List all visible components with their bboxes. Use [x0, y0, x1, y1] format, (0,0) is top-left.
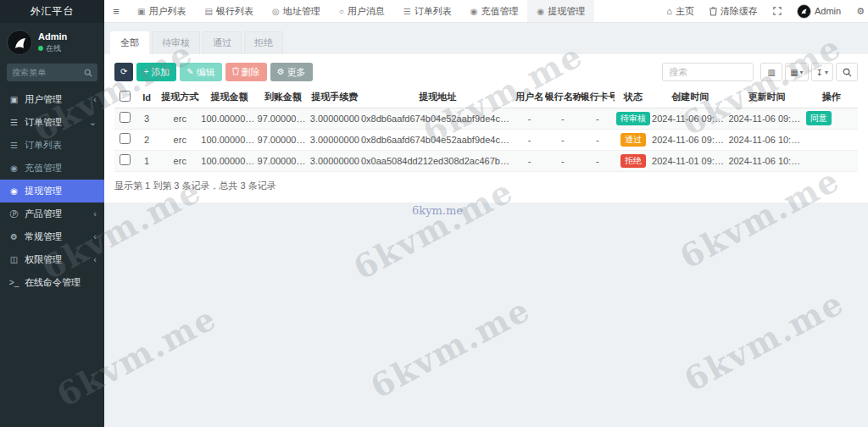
- topbar-tab-user-list[interactable]: ▣用户列表: [128, 0, 195, 22]
- row-updated: 2024-11-06 10:12:45: [728, 150, 804, 171]
- row-amount: 100.00000000: [201, 129, 257, 150]
- add-button[interactable]: + 添加: [136, 63, 176, 81]
- search-button[interactable]: [836, 63, 858, 81]
- sidebar-item-withdraw[interactable]: ◉提现管理: [0, 180, 104, 202]
- bank-icon: ▤: [204, 7, 212, 16]
- row-checkbox-cell: [114, 129, 135, 150]
- recharge-icon: ◉: [470, 7, 478, 16]
- message-icon: ○: [339, 7, 344, 16]
- card-view-button[interactable]: ▥: [760, 63, 782, 81]
- sidebar-search[interactable]: [7, 64, 97, 81]
- trash-icon: [709, 7, 717, 16]
- row-address: 0x8db6aafd674b04e52aabf9de4c131e778aa107…: [361, 108, 515, 129]
- row-received: 97.00000000: [258, 150, 309, 171]
- row-checkbox[interactable]: [120, 133, 131, 144]
- sidebar-item-general[interactable]: ⚙常规管理‹: [0, 225, 104, 248]
- row-checkbox-cell: [114, 108, 135, 129]
- sidebar-item-users[interactable]: ▣用户管理‹: [0, 88, 104, 111]
- user-status: 在线: [38, 43, 67, 54]
- column-header: 提现金额: [201, 87, 257, 108]
- orders-icon: ☰: [8, 118, 20, 127]
- edit-button[interactable]: ✎ 编辑: [180, 63, 221, 81]
- select-all-checkbox[interactable]: [120, 91, 131, 102]
- columns-button[interactable]: ▦ ▾: [785, 63, 808, 81]
- sidebar-item-label: 订单管理: [25, 116, 62, 129]
- more-label: 更多: [287, 66, 306, 79]
- more-button[interactable]: ⚙ 更多: [270, 63, 313, 81]
- row-status-cell: 待审核: [615, 108, 652, 129]
- topbar-tab-withdraw[interactable]: ◉提现管理: [527, 0, 594, 22]
- address-icon: ◎: [272, 7, 280, 16]
- row-address: 0x0aa5084dd212ed308d2ac467b9a65de4038484…: [361, 150, 515, 171]
- pagination-info: 显示第 1 到第 3 条记录，总共 3 条记录: [114, 180, 858, 192]
- home-button[interactable]: ⌂ 主页: [659, 0, 702, 23]
- row-checkbox[interactable]: [120, 112, 131, 123]
- export-button[interactable]: ↧ ▾: [811, 63, 833, 81]
- list-icon: ☰: [8, 141, 20, 150]
- online-dot-icon: [38, 46, 43, 51]
- row-bank-name: -: [545, 150, 581, 171]
- sidebar-item-order-list[interactable]: ☰订单列表: [0, 134, 104, 157]
- row-received: 97.00000000: [258, 108, 309, 129]
- table-toolbar: ⟳ + 添加 ✎ 编辑 删除 ⚙ 更多: [114, 63, 858, 81]
- table-row: 3erc100.0000000097.000000003.000000000x8…: [114, 108, 858, 129]
- row-fee: 3.00000000: [309, 150, 361, 171]
- gear-icon: ⚙: [277, 68, 285, 76]
- row-amount: 100.00000000: [201, 108, 257, 129]
- sidebar-item-permissions[interactable]: ◫权限管理‹: [0, 248, 104, 271]
- user-panel: Admin 在线: [0, 23, 104, 60]
- card-icon: ▣: [137, 7, 145, 16]
- column-header: 用户名: [515, 87, 545, 108]
- sidebar-search-input[interactable]: [12, 68, 81, 77]
- row-address: 0x8db6aafd674b04e52aabf9de4c131e778aa107…: [361, 129, 515, 150]
- filter-tab-all[interactable]: 全部: [110, 31, 149, 54]
- caret-down-icon: ▾: [800, 69, 804, 76]
- sidebar-item-recharge[interactable]: ◉充值管理: [0, 157, 104, 180]
- row-checkbox[interactable]: [120, 154, 131, 165]
- filter-tab-pending[interactable]: 待审核: [152, 31, 200, 54]
- column-header: 到账金额: [258, 87, 309, 108]
- row-fee: 3.00000000: [309, 129, 361, 150]
- row-actions-cell: [805, 129, 858, 150]
- search-icon: [843, 68, 852, 77]
- sidebar-item-label: 在线命令管理: [25, 276, 81, 289]
- delete-label: 删除: [242, 66, 260, 79]
- row-amount: 100.00000000: [201, 150, 257, 171]
- chevron-left-icon: ‹: [93, 232, 97, 241]
- column-header: 创建时间: [652, 87, 728, 108]
- home-label: 主页: [676, 5, 694, 18]
- sidebar-item-products[interactable]: Ⓟ产品管理‹: [0, 202, 104, 225]
- approve-button[interactable]: 同意: [806, 111, 832, 125]
- clear-cache-button[interactable]: 清除缓存: [702, 0, 765, 23]
- row-actions-cell: [805, 150, 858, 171]
- filter-tab-rejected[interactable]: 拒绝: [244, 31, 283, 54]
- chevron-left-icon: ‹: [93, 209, 97, 219]
- table-search-input[interactable]: [662, 63, 754, 81]
- sidebar-toggle-button[interactable]: ≡: [104, 0, 128, 22]
- row-actions-cell: 同意拒绝: [805, 108, 858, 129]
- fullscreen-button[interactable]: [765, 0, 789, 23]
- row-method: erc: [159, 108, 201, 129]
- add-label: 添加: [151, 66, 170, 79]
- account-menu[interactable]: Admin: [789, 0, 849, 23]
- topbar-tab-user-message[interactable]: ○用户消息: [330, 0, 394, 22]
- home-icon: ⌂: [666, 6, 672, 16]
- filter-tab-approved[interactable]: 通过: [203, 31, 242, 54]
- table-body: 3erc100.0000000097.000000003.000000000x8…: [114, 108, 858, 171]
- topbar-tabs: ▣用户列表▤银行列表◎地址管理○用户消息☰订单列表◉充值管理◉提现管理: [128, 0, 594, 22]
- pencil-icon: ✎: [186, 68, 193, 76]
- settings-button[interactable]: ⚙: [849, 0, 868, 23]
- topbar-tab-address[interactable]: ◎地址管理: [263, 0, 330, 22]
- topbar-tab-bank-list[interactable]: ▤银行列表: [195, 0, 262, 22]
- withdraw-icon: ◉: [537, 7, 544, 16]
- refresh-button[interactable]: ⟳: [114, 63, 133, 81]
- topbar-tab-recharge[interactable]: ◉充值管理: [461, 0, 528, 22]
- topbar-tab-order-list[interactable]: ☰订单列表: [394, 0, 461, 22]
- row-bank-name: -: [545, 129, 581, 150]
- sidebar-item-orders[interactable]: ☰订单管理⌄: [0, 111, 104, 134]
- delete-button[interactable]: 删除: [225, 63, 267, 81]
- gear-icon: ⚙: [856, 6, 865, 17]
- sidebar-item-terminal[interactable]: >_在线命令管理: [0, 271, 104, 294]
- row-username: -: [515, 108, 545, 129]
- row-id: 3: [135, 108, 159, 129]
